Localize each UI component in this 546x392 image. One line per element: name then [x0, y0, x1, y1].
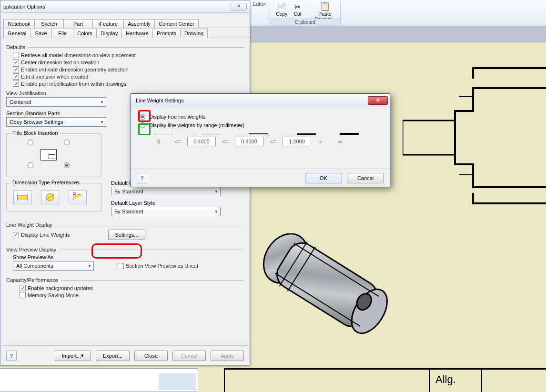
part-drawing-bottom [238, 233, 410, 376]
default-layer-style-label: Default Layer Style [111, 200, 244, 206]
settings-button[interactable]: Settings... [108, 230, 146, 240]
radio-range-label: Display line weights by range (millimete… [149, 122, 244, 128]
chk-retrieve[interactable] [13, 52, 19, 58]
dim-type-diameter-icon[interactable] [41, 190, 59, 204]
lw-title: Line Weight Settings [136, 98, 184, 103]
chk-section-uncut[interactable] [118, 263, 124, 269]
tab-content-center[interactable]: Content Center [154, 19, 199, 28]
editor-label: Editor [253, 1, 266, 7]
chk-part-mod[interactable] [13, 80, 19, 87]
chk-bg-updates[interactable] [20, 285, 26, 291]
tbi-radio-bl[interactable] [28, 162, 33, 168]
help-icon[interactable]: ? [6, 351, 17, 361]
tab-prompts[interactable]: Prompts [152, 29, 181, 38]
left-bottom-highlight [159, 373, 196, 390]
radio-true-weights[interactable] [140, 114, 145, 120]
close-button[interactable]: Close [134, 351, 168, 361]
tbi-radio-tl[interactable] [28, 140, 33, 145]
lw-infinity: ∞ [330, 138, 349, 145]
lw-input-1[interactable] [187, 137, 216, 146]
title-block-insertion-group: Title Block Insertion [6, 133, 101, 176]
lw-close-icon[interactable]: ✕ [368, 96, 388, 105]
lw-cancel-button[interactable]: Cancel [347, 173, 384, 183]
options-title: pplication Options [3, 4, 45, 10]
close-icon[interactable]: ✕ [231, 3, 247, 10]
options-bottom-bar: ? Import... ▾ Export... Close Cancel App… [0, 345, 250, 365]
tabs-row-2: General Save File Colors Display Hardwar… [0, 28, 250, 38]
dim-type-radius-icon[interactable]: R [69, 190, 87, 204]
lw-help-icon[interactable]: ? [137, 173, 147, 183]
chevron-down-icon: ▼ [100, 100, 104, 104]
lw-lt: < [311, 139, 330, 144]
cut-button[interactable]: ✂ Cut [294, 2, 302, 17]
title-block [224, 368, 546, 392]
options-titlebar[interactable]: pplication Options ✕ [0, 0, 250, 13]
svg-rect-4 [18, 195, 27, 199]
tab-sketch[interactable]: Sketch [34, 19, 64, 28]
chevron-down-icon: ▼ [88, 264, 91, 268]
tabs-row-1: Notebook Sketch Part iFeature Assembly C… [0, 19, 250, 28]
clipboard-panel-label: Clipboard [270, 19, 340, 26]
lw-ok-button[interactable]: OK [305, 173, 342, 183]
import-button[interactable]: Import... ▾ [55, 351, 91, 361]
defaults-label: Defaults [6, 44, 25, 50]
chk-ordinate[interactable] [13, 66, 19, 72]
tab-hardware[interactable]: Hardware [121, 29, 153, 38]
tbi-preview-icon [40, 149, 57, 161]
copy-label: Copy [276, 11, 287, 17]
export-button[interactable]: Export... [96, 351, 130, 361]
drawing-tab-body: Defaults Retrieve all model dimensions o… [0, 39, 250, 345]
default-layer-style-combo[interactable]: By Standard▼ [111, 207, 221, 216]
tab-ifeature[interactable]: iFeature [92, 19, 124, 28]
lw-le-3: <= [263, 139, 283, 144]
section-std-combo[interactable]: Obey Browser Settings▼ [6, 117, 106, 127]
chk-display-line-weights[interactable] [13, 232, 19, 238]
chevron-down-icon: ▼ [214, 190, 218, 194]
radio-range-weights[interactable] [140, 122, 145, 128]
lw-input-2[interactable] [235, 137, 263, 146]
tab-assembly[interactable]: Assembly [123, 19, 155, 28]
part-drawing-top [403, 60, 546, 217]
lw-input-3[interactable] [283, 137, 311, 146]
dim-type-linear-icon[interactable] [13, 190, 31, 204]
tbi-radio-tr[interactable] [64, 140, 70, 145]
lw-le-1: <= [168, 139, 187, 144]
tab-file[interactable]: File [51, 29, 73, 38]
tab-colors[interactable]: Colors [73, 29, 97, 38]
tab-notebook[interactable]: Notebook [3, 19, 35, 28]
chevron-down-icon: ▼ [214, 210, 218, 214]
line-weight-display-label: Line Weight Display [6, 222, 52, 228]
default-object-style-combo[interactable]: By Standard▼ [111, 187, 221, 196]
view-justification-combo[interactable]: Centered▼ [6, 97, 106, 107]
tbi-radio-br[interactable] [64, 162, 70, 168]
tab-drawing[interactable]: Drawing [180, 29, 208, 38]
show-preview-combo[interactable]: All Components▼ [13, 261, 94, 271]
apply-button[interactable]: Apply [211, 351, 244, 361]
dim-type-pref-group: Dimension Type Preferences R [6, 183, 101, 211]
left-bottom-panel [0, 368, 198, 392]
copy-button[interactable]: 📄 Copy [276, 2, 287, 17]
chk-memory-saving[interactable] [20, 292, 26, 298]
chk-center-dim[interactable] [13, 59, 19, 65]
chevron-down-icon: ▼ [100, 120, 104, 124]
lw-zero: 0 [149, 139, 168, 144]
cut-label: Cut [294, 11, 302, 17]
radio-true-label: Display true line weights [149, 114, 206, 120]
view-preview-label: View Preview Display [6, 247, 56, 252]
tab-save[interactable]: Save [30, 29, 52, 38]
lw-titlebar[interactable]: Line Weight Settings ✕ [131, 94, 390, 107]
cancel-button[interactable]: Cancel [172, 351, 206, 361]
title-block-allg: Allg. [435, 373, 456, 386]
tab-part[interactable]: Part [63, 19, 93, 28]
capacity-label: Capacity/Performance [6, 277, 58, 283]
tab-general[interactable]: General [3, 29, 30, 38]
line-weight-settings-dialog: Line Weight Settings ✕ Display true line… [131, 93, 390, 187]
lw-le-2: <= [216, 139, 235, 144]
tab-display[interactable]: Display [96, 29, 122, 38]
chk-edit-dim[interactable] [13, 73, 19, 80]
show-preview-label: Show Preview As [13, 254, 244, 260]
svg-text:R: R [72, 192, 76, 197]
